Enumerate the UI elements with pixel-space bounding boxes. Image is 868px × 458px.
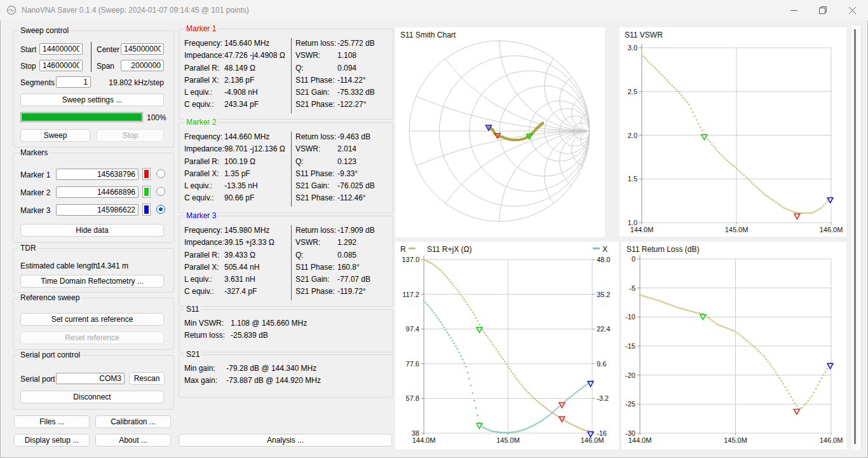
y-tick-label: -15: [625, 342, 635, 350]
y-tick-label: 0: [632, 255, 635, 263]
set-reference-button[interactable]: Set current as reference: [20, 313, 164, 326]
close-button[interactable]: [837, 0, 867, 20]
minimize-button[interactable]: [779, 0, 808, 20]
info-value: -77.07 dB: [337, 274, 370, 286]
app-icon: [6, 5, 17, 15]
info-label: Frequency:: [184, 38, 224, 50]
window-title: NanoVNA Saver 0.1.4 (Sweep: 2024-01-07 0…: [22, 6, 249, 15]
span-input[interactable]: [121, 60, 164, 71]
chart-title: S11 Smith Chart: [400, 31, 456, 39]
info-value: 160.8°: [337, 261, 360, 274]
info-value: 1.108 @ 145.660 MHz: [231, 317, 307, 330]
info-value: -73.887 dB @ 144.920 MHz: [226, 375, 321, 387]
marker1-radio[interactable]: [156, 169, 165, 178]
return-loss-chart-panel[interactable]: S11 Return Loss (dB)0-5-10-15-20-25-3014…: [621, 242, 846, 449]
smith-chart[interactable]: S11 Smith Chart: [395, 27, 605, 237]
info-value: 243.34 pF: [224, 99, 259, 111]
y-tick-label: -25: [625, 400, 635, 408]
marker2-label: Marker 2: [20, 188, 50, 198]
tdr-button[interactable]: Time Domain Reflectometry ...: [20, 275, 164, 288]
center-label: Center: [97, 45, 119, 55]
marker-1-info-box: Marker 1Frequency:145.640 MHzImpedance:4…: [179, 29, 393, 120]
info-value: 145.980 MHz: [224, 225, 269, 237]
info-label: S21 Phase:: [295, 286, 337, 298]
vswr-chart[interactable]: S11 VSWR3.02.52.01.51.0144.0M145.0M146.0…: [620, 27, 846, 237]
info-label: Return loss:: [184, 330, 231, 342]
marker2-input[interactable]: [56, 186, 139, 198]
reset-reference-button[interactable]: Reset reference: [20, 331, 164, 344]
legend-left-label: R: [400, 245, 406, 254]
rescan-button[interactable]: Rescan: [129, 372, 165, 385]
info-divider: [291, 132, 292, 207]
sweep-button[interactable]: Sweep: [20, 129, 90, 142]
info-value: -13.35 nH: [224, 180, 258, 192]
info-label: Parallel X:: [184, 168, 224, 180]
calibration-button[interactable]: Calibration ...: [95, 415, 171, 428]
maximize-button[interactable]: [808, 0, 837, 20]
rjx-chart[interactable]: S11 R+jX (Ω)RX137.0117.297.477.657.83848…: [395, 242, 619, 449]
info-value: -4.908 nH: [224, 87, 258, 99]
info-label: Parallel X:: [184, 261, 224, 274]
display-setup-button[interactable]: Display setup ...: [14, 434, 90, 447]
smith-chart-panel[interactable]: S11 Smith Chart: [395, 27, 605, 237]
sweep-settings-button[interactable]: Sweep settings ...: [20, 94, 164, 106]
marker2-color-swatch: [142, 186, 151, 198]
stop-button[interactable]: Stop: [97, 129, 164, 142]
info-value: 100.19 Ω: [224, 156, 255, 168]
segments-input[interactable]: [56, 76, 91, 88]
info-value: 2.014: [337, 143, 356, 155]
info-value: -75.332 dB: [337, 87, 375, 99]
y-tick-label: 117.2: [402, 291, 419, 298]
info-divider: [291, 225, 292, 300]
info-label: Min gain:: [184, 363, 226, 375]
charts-scrollbar[interactable]: [850, 25, 862, 449]
scrollbar-thumb[interactable]: [854, 29, 856, 444]
info-value: -9.33°: [337, 168, 358, 180]
tdr-group-title: TDR: [18, 244, 38, 253]
files-button[interactable]: Files ...: [14, 415, 90, 428]
title-bar[interactable]: NanoVNA Saver 0.1.4 (Sweep: 2024-01-07 0…: [0, 0, 868, 20]
x-tick-label: 145.0M: [496, 436, 520, 444]
center-input[interactable]: [121, 43, 164, 55]
start-input[interactable]: [39, 43, 83, 55]
marker3-radio[interactable]: [156, 205, 165, 214]
s11-stats-title: S11: [184, 305, 201, 314]
marker3-color-swatch: [142, 204, 151, 216]
rjx-chart-panel[interactable]: S11 R+jX (Ω)RX137.0117.297.477.657.83848…: [395, 242, 619, 449]
marker-triangle: [477, 328, 482, 333]
serial-port-input[interactable]: [56, 373, 125, 384]
info-value: -327.4 pF: [224, 286, 257, 298]
info-label: S11 Phase:: [295, 168, 337, 180]
sweep-divider: [91, 42, 92, 72]
info-value: 144.660 MHz: [224, 131, 269, 143]
about-button[interactable]: About ...: [95, 434, 171, 447]
markers-group-title: Markers: [18, 148, 50, 158]
y-tick-label: 1.5: [628, 175, 637, 183]
marker1-label: Marker 1: [20, 170, 50, 180]
marker3-input[interactable]: [56, 204, 139, 216]
info-value: -114.22°: [337, 74, 366, 87]
stop-input[interactable]: [39, 60, 83, 71]
hide-data-button[interactable]: Hide data: [20, 224, 164, 237]
sweep-control-title: Sweep control: [18, 26, 71, 36]
x-tick-label: 144.0M: [628, 436, 652, 444]
info-label: Q:: [295, 156, 337, 168]
disconnect-button[interactable]: Disconnect: [20, 391, 164, 403]
info-value: 48.149 Ω: [224, 62, 255, 74]
y-tick-label-right: 9.6: [597, 360, 606, 368]
rl-chart[interactable]: S11 Return Loss (dB)0-5-10-15-20-25-3014…: [621, 242, 846, 449]
info-value: -25.839 dB: [231, 330, 268, 342]
marker1-input[interactable]: [56, 169, 139, 180]
marker2-radio[interactable]: [156, 187, 165, 196]
y-tick-label: 2.0: [628, 132, 637, 139]
marker-3-info-box: Marker 3Frequency:145.980 MHzImpedance:3…: [179, 216, 393, 307]
vswr-chart-panel[interactable]: S11 VSWR3.02.52.01.51.0144.0M145.0M146.0…: [620, 27, 846, 237]
analysis-button[interactable]: Analysis ...: [179, 434, 392, 447]
marker1-color-swatch: [142, 168, 151, 180]
legend-right-swatch: [593, 247, 600, 249]
x-tick-label: 145.0M: [724, 436, 747, 444]
info-label: L equiv.:: [184, 274, 224, 286]
marker-triangle: [477, 424, 482, 429]
info-label: Max gain:: [184, 375, 226, 387]
info-value: 90.66 pF: [224, 192, 254, 204]
